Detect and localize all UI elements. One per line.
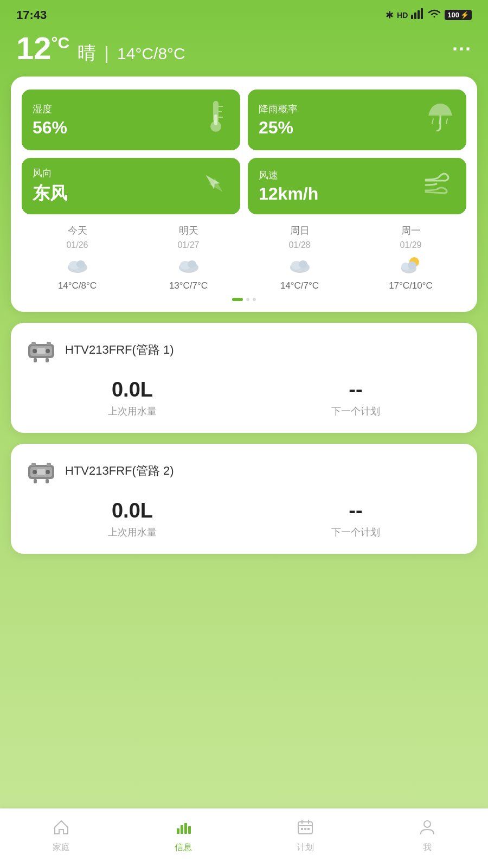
device-name-1: HTV213FRF(管路 1) — [65, 342, 174, 358]
forecast-icon-0 — [66, 253, 89, 277]
forecast-day-1: 明天 — [179, 224, 198, 237]
forecast-icon-3 — [399, 253, 423, 277]
forecast-today: 今天 01/26 14°C/8°C — [22, 224, 133, 291]
humidity-label: 湿度 — [33, 103, 67, 116]
svg-rect-47 — [177, 828, 179, 834]
svg-point-24 — [299, 260, 307, 268]
forecast-temp-1: 13°C/7°C — [169, 280, 208, 291]
svg-line-11 — [432, 119, 433, 124]
forecast-day-0: 今天 — [68, 224, 87, 237]
svg-rect-45 — [31, 463, 36, 466]
next-plan-2: -- 下一个计划 — [249, 499, 462, 539]
device-stats-1: 0.0L 上次用水量 -- 下一个计划 — [26, 378, 462, 418]
svg-rect-3 — [421, 8, 423, 19]
svg-rect-6 — [214, 114, 217, 125]
svg-point-58 — [424, 821, 431, 827]
forecast-monday: 周一 01/29 17°C/10°C — [355, 224, 466, 291]
forecast-temp-0: 14°C/8°C — [58, 280, 97, 291]
nav-me[interactable]: 我 — [406, 819, 449, 853]
svg-point-21 — [188, 260, 196, 268]
dot-1 — [246, 298, 249, 301]
svg-rect-44 — [46, 479, 49, 483]
svg-rect-48 — [181, 825, 183, 834]
weather-card: 湿度 56% 降雨概率 — [11, 76, 477, 312]
last-water-label-1: 上次用水量 — [26, 405, 239, 418]
wind-dir-label: 风向 — [33, 167, 67, 180]
wind-icon — [423, 169, 455, 204]
nav-home[interactable]: 家庭 — [40, 819, 83, 853]
forecast-temp-2: 14°C/7°C — [280, 280, 319, 291]
divider: | — [104, 42, 109, 63]
svg-rect-55 — [301, 828, 303, 830]
umbrella-icon — [426, 101, 455, 139]
svg-rect-43 — [34, 479, 37, 483]
weather-description: 晴 — [78, 41, 96, 66]
chart-icon — [175, 819, 192, 840]
battery-icon: 100 ⚡ — [445, 10, 472, 20]
device-header-1: HTV213FRF(管路 1) — [26, 335, 462, 365]
wifi-icon — [427, 8, 441, 22]
svg-rect-42 — [37, 469, 46, 475]
svg-point-41 — [46, 470, 50, 474]
nav-info[interactable]: 信息 — [162, 819, 205, 853]
dot-indicator — [22, 298, 466, 301]
humidity-tile: 湿度 56% — [22, 90, 240, 150]
svg-rect-46 — [47, 463, 51, 466]
svg-rect-57 — [307, 828, 310, 830]
device-header-2: HTV213FRF(管路 2) — [26, 456, 462, 486]
device-card-2[interactable]: HTV213FRF(管路 2) 0.0L 上次用水量 -- 下一个计划 — [11, 444, 477, 554]
svg-point-18 — [76, 260, 85, 268]
wind-speed-label: 风速 — [259, 169, 318, 182]
next-plan-value-1: -- — [249, 378, 462, 401]
humidity-value: 56% — [33, 118, 67, 138]
svg-rect-36 — [31, 342, 36, 345]
forecast-icon-1 — [177, 253, 201, 277]
wind-dir-tile: 风向 东风 — [22, 158, 240, 214]
status-time: 17:43 — [16, 8, 47, 22]
compass-icon — [200, 169, 229, 204]
last-water-label-2: 上次用水量 — [26, 526, 239, 539]
svg-rect-37 — [47, 342, 51, 345]
nav-plan[interactable]: 计划 — [284, 819, 327, 853]
metrics-grid: 湿度 56% 降雨概率 — [22, 90, 466, 214]
svg-rect-1 — [414, 12, 416, 19]
home-icon — [53, 819, 70, 840]
svg-rect-0 — [411, 15, 413, 19]
svg-rect-49 — [184, 823, 187, 834]
header: 12°C 晴 | 14°C/8°C ··· — [0, 27, 488, 76]
rain-tile: 降雨概率 25% — [248, 90, 466, 150]
forecast-sunday: 周日 01/28 14°C/7°C — [244, 224, 355, 291]
nav-plan-label: 计划 — [297, 842, 314, 853]
svg-point-40 — [33, 470, 37, 474]
forecast-row: 今天 01/26 14°C/8°C 明天 01/27 — [22, 224, 466, 291]
svg-rect-2 — [418, 10, 420, 19]
temp-range: 14°C/8°C — [117, 44, 185, 63]
last-water-1: 0.0L 上次用水量 — [26, 378, 239, 418]
status-bar: 17:43 ✱ HD 100 ⚡ — [0, 0, 488, 27]
device-card-1[interactable]: HTV213FRF(管路 1) 0.0L 上次用水量 -- 下一个计划 — [11, 323, 477, 433]
device-icon-2 — [26, 456, 56, 486]
next-plan-value-2: -- — [249, 499, 462, 522]
forecast-temp-3: 17°C/10°C — [389, 280, 433, 291]
dot-active — [232, 298, 243, 301]
forecast-date-1: 01/27 — [177, 240, 199, 250]
next-plan-label-2: 下一个计划 — [249, 526, 462, 539]
device-stats-2: 0.0L 上次用水量 -- 下一个计划 — [26, 499, 462, 539]
forecast-day-2: 周日 — [290, 224, 310, 237]
person-icon — [419, 819, 436, 840]
next-plan-1: -- 下一个计划 — [249, 378, 462, 418]
hd-icon: HD — [397, 11, 408, 20]
forecast-icon-2 — [288, 253, 312, 277]
forecast-date-0: 01/26 — [66, 240, 88, 250]
wind-dir-value: 东风 — [33, 182, 67, 206]
status-icons: ✱ HD 100 ⚡ — [386, 8, 472, 22]
forecast-date-2: 01/28 — [288, 240, 310, 250]
more-button[interactable]: ··· — [452, 38, 472, 61]
nav-me-label: 我 — [423, 842, 432, 853]
rain-label: 降雨概率 — [259, 103, 298, 116]
svg-rect-56 — [304, 828, 306, 830]
forecast-day-3: 周一 — [401, 224, 421, 237]
calendar-icon — [297, 819, 314, 840]
svg-point-28 — [408, 261, 416, 269]
wind-speed-tile: 风速 12km/h — [248, 158, 466, 214]
